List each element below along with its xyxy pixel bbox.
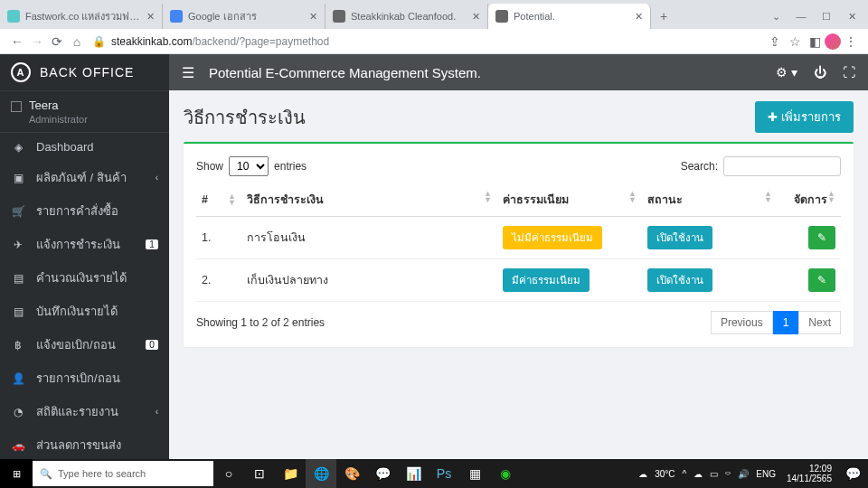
topbar: ☰ Potential E-Commerce Management System… (169, 54, 868, 90)
table-info: Showing 1 to 2 of 2 entries (196, 316, 325, 329)
pagination: Previous 1 Next (711, 311, 841, 334)
menu-icon: ▣ (11, 172, 25, 184)
task-app3[interactable]: 📊 (398, 459, 429, 488)
sidebar-item-8[interactable]: ◔สถิติและรายงาน‹ (0, 395, 169, 428)
page-next[interactable]: Next (798, 311, 841, 334)
menu-label: คำนวณเงินรายได้ (36, 268, 158, 287)
window-close[interactable]: ✕ (839, 4, 864, 29)
tab-close-icon[interactable]: ✕ (146, 11, 155, 23)
edit-button[interactable]: ✎ (808, 268, 835, 292)
window-maximize[interactable]: ☐ (814, 4, 839, 29)
browser-tab-3[interactable]: Potential.✕ (488, 4, 651, 29)
user-block[interactable]: Teera Administrator (0, 90, 169, 133)
tray-lang[interactable]: ENG (756, 469, 776, 479)
menu-label: รายการคำสั่งซื้อ (36, 202, 158, 221)
user-checkbox[interactable] (11, 101, 22, 112)
tab-close-icon[interactable]: ✕ (635, 11, 643, 23)
page-length-select[interactable]: 10 (229, 156, 269, 176)
taskbar-search[interactable]: 🔍Type here to search (33, 461, 213, 486)
menu-label: สถิติและรายงาน (36, 402, 156, 421)
fullscreen-icon[interactable]: ⛶ (843, 65, 855, 80)
table-controls-top: Show 10 entries Search: (196, 156, 841, 176)
tray-battery[interactable]: ▭ (710, 469, 718, 479)
side-panel-icon[interactable]: ◧ (805, 32, 825, 52)
task-chrome[interactable]: 🌐 (306, 459, 336, 488)
col-status[interactable]: สถานะ▲▼ (642, 183, 778, 217)
bookmark-icon[interactable]: ☆ (785, 32, 805, 52)
share-icon[interactable]: ⇪ (765, 32, 785, 52)
start-button[interactable]: ⊞ (0, 459, 33, 488)
address-bar[interactable]: 🔒 steakkinkab.com/backend/?page=paymetho… (92, 35, 760, 48)
task-app1[interactable]: 🎨 (336, 459, 367, 488)
page-1[interactable]: 1 (773, 311, 799, 334)
task-ps[interactable]: Ps (429, 459, 459, 488)
browser-tab-0[interactable]: Fastwork.co แหล่งรวมฟรีแลนซ์คุณภ✕ (0, 4, 163, 29)
sidebar-item-5[interactable]: ▤บันทึกเงินรายได้ (0, 295, 169, 328)
power-icon[interactable]: ⏻ (814, 65, 826, 80)
new-tab-button[interactable]: + (651, 4, 676, 29)
cell-method: การโอนเงิน (241, 217, 497, 259)
task-app4[interactable]: ▦ (459, 459, 490, 488)
sidebar-item-7[interactable]: 👤รายการเบิก/ถอน (0, 361, 169, 395)
tray-wifi[interactable]: ⌔ (725, 469, 731, 479)
brand-row[interactable]: A BACK OFFICE (0, 54, 169, 90)
menu-icon: 🛒 (11, 205, 25, 218)
nav-forward[interactable]: → (27, 32, 47, 52)
menu-label: รายการเบิก/ถอน (36, 369, 158, 388)
col-fee[interactable]: ค่าธรรมเนียม▲▼ (497, 183, 642, 217)
browser-tab-2[interactable]: Steakkinkab Cleanfood.✕ (326, 4, 488, 29)
task-taskview[interactable]: ⊡ (244, 459, 275, 488)
sidebar-item-0[interactable]: ◈Dashboard (0, 133, 169, 161)
sidebar-item-9[interactable]: 🚗ส่วนลดการขนส่ง (0, 428, 169, 459)
nav-reload[interactable]: ⟳ (47, 32, 67, 52)
page-prev[interactable]: Previous (711, 311, 773, 334)
nav-back[interactable]: ← (7, 32, 27, 52)
task-explorer[interactable]: 📁 (275, 459, 306, 488)
menu-label: แจ้งขอเบิก/ถอน (36, 335, 146, 354)
user-name: Teera (29, 99, 59, 112)
system-tray[interactable]: ☁ 30°C ^ ☁ ▭ ⌔ 🔊 ENG (633, 469, 781, 479)
tab-close-icon[interactable]: ✕ (309, 11, 317, 23)
search-input[interactable] (723, 156, 841, 176)
sidebar-item-3[interactable]: ✈แจ้งการชำระเงิน1 (0, 228, 169, 261)
cell-fee: ไม่มีค่าธรรมเนียม (497, 217, 642, 259)
tray-chevron[interactable]: ^ (683, 469, 687, 479)
sidebar-item-6[interactable]: ฿แจ้งขอเบิก/ถอน0 (0, 328, 169, 361)
menu-badge: 1 (146, 239, 158, 249)
url-path: /backend/?page=paymethod (192, 35, 329, 48)
window-minimize[interactable]: — (788, 4, 814, 29)
tab-favicon (333, 10, 345, 23)
menu-icon: ✈ (11, 239, 25, 251)
chrome-menu-icon[interactable]: ⋮ (841, 32, 861, 52)
tray-sound[interactable]: 🔊 (738, 469, 749, 479)
notifications-icon[interactable]: 💬 (837, 459, 868, 488)
task-cortana[interactable]: ○ (213, 459, 244, 488)
menu-icon: 👤 (11, 372, 25, 385)
cell-fee: มีค่าธรรมเนียม (497, 259, 642, 302)
fee-badge: ไม่มีค่าธรรมเนียม (503, 226, 602, 249)
tray-onedrive[interactable]: ☁ (693, 469, 703, 479)
task-line[interactable]: ◉ (490, 459, 521, 488)
settings-icon[interactable]: ⚙ ▾ (776, 65, 797, 80)
edit-button[interactable]: ✎ (808, 226, 835, 249)
col-num[interactable]: #▲▼ (196, 183, 241, 217)
tab-close-icon[interactable]: ✕ (472, 11, 480, 23)
taskbar-apps: ○ ⊡ 📁 🌐 🎨 💬 📊 Ps ▦ ◉ (213, 459, 521, 488)
menu-toggle-icon[interactable]: ☰ (182, 64, 194, 81)
window-dropdown[interactable]: ⌄ (763, 4, 788, 29)
add-record-button[interactable]: ✚ เพิ่มรายการ (755, 101, 854, 133)
sidebar-item-2[interactable]: 🛒รายการคำสั่งซื้อ (0, 194, 169, 228)
taskbar-clock[interactable]: 12:09 14/11/2565 (781, 464, 837, 483)
sidebar-item-4[interactable]: ▤คำนวณเงินรายได้ (0, 261, 169, 295)
col-method[interactable]: วิธีการชำระเงิน▲▼ (241, 183, 497, 217)
cell-status: เปิดใช้งาน (642, 217, 778, 259)
browser-tab-1[interactable]: Google เอกสาร✕ (163, 4, 326, 29)
profile-avatar[interactable] (825, 33, 841, 50)
task-app2[interactable]: 💬 (367, 459, 398, 488)
nav-home[interactable]: ⌂ (67, 32, 87, 52)
data-panel: Show 10 entries Search: #▲▼ วิธีการชำระเ… (184, 142, 854, 347)
url-host: steakkinkab.com (111, 35, 192, 48)
menu-label: Dashboard (36, 140, 158, 154)
col-action[interactable]: จัดการ▲▼ (778, 183, 841, 217)
sidebar-item-1[interactable]: ▣ผลิตภัณฑ์ / สินค้า‹ (0, 161, 169, 194)
